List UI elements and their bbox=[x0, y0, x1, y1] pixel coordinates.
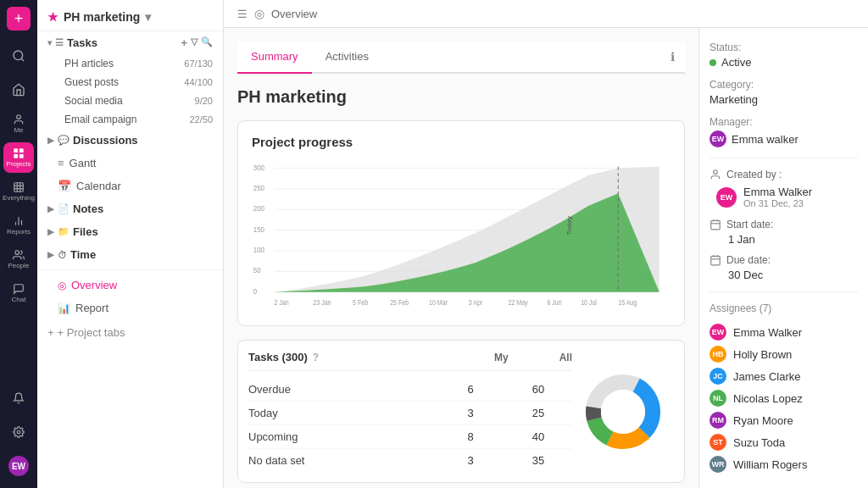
sidebar-item-calendar[interactable]: 📅 Calendar bbox=[37, 175, 223, 197]
svg-line-1 bbox=[21, 58, 24, 61]
svg-text:10 Jul: 10 Jul bbox=[581, 298, 597, 307]
overview-icon: ◎ bbox=[58, 280, 66, 291]
svg-point-2 bbox=[17, 115, 21, 119]
due-date-label: Due date: bbox=[709, 254, 858, 266]
assignee-avatar-5: ST bbox=[709, 434, 726, 451]
sidebar-section-notes[interactable]: ▶ 📄 Notes bbox=[37, 197, 223, 220]
overview-topbar-icon: ◎ bbox=[254, 7, 264, 20]
svg-text:Today: Today bbox=[565, 216, 572, 236]
files-icon: 📁 bbox=[58, 226, 70, 237]
table-row: Overdue 6 60 bbox=[248, 378, 572, 402]
user-avatar[interactable]: EW bbox=[3, 451, 34, 481]
chevron-right-icon-discussions: ▶ bbox=[47, 136, 54, 145]
svg-text:3 Apr: 3 Apr bbox=[469, 298, 483, 307]
sidebar: ★ PH marketing ▾ ▾ ☰ Tasks + ▽ 🔍 PH arti… bbox=[37, 0, 224, 488]
notification-icon[interactable] bbox=[3, 383, 34, 413]
calendar-sidebar-icon: 📅 bbox=[58, 180, 71, 192]
assignee-avatar-3: NL bbox=[709, 390, 726, 407]
assignee-avatar-6: WR bbox=[709, 456, 726, 473]
everything-nav-icon[interactable]: Everything bbox=[3, 176, 34, 207]
settings-icon[interactable] bbox=[3, 417, 34, 447]
svg-rect-3 bbox=[14, 149, 18, 152]
project-content: Summary Activities ℹ PH marketing Projec… bbox=[224, 28, 698, 488]
nodataset-all: 35 bbox=[504, 454, 572, 467]
people-label: People bbox=[8, 262, 30, 269]
sidebar-project-title[interactable]: ★ PH marketing ▾ bbox=[47, 10, 151, 24]
status-label: Status: bbox=[709, 42, 858, 53]
manager-avatar: EW bbox=[709, 130, 726, 147]
tab-activities[interactable]: Activities bbox=[312, 42, 382, 74]
start-date-label: Start date: bbox=[709, 219, 858, 230]
tab-info-icon[interactable]: ℹ bbox=[660, 42, 685, 72]
sidebar-item-ph-articles[interactable]: PH articles 67/130 bbox=[37, 54, 223, 73]
chevron-right-icon: ▾ bbox=[47, 38, 52, 47]
chevron-right-icon-files: ▶ bbox=[47, 227, 54, 236]
svg-rect-54 bbox=[711, 220, 721, 230]
sidebar-section-discussions[interactable]: ▶ 💬 Discussions bbox=[37, 129, 223, 152]
sidebar-item-social-media[interactable]: Social media 9/20 bbox=[37, 92, 223, 110]
table-row: Today 3 25 bbox=[248, 402, 572, 425]
list-item: WR William Rogers bbox=[709, 453, 858, 475]
search-task-icon[interactable]: 🔍 bbox=[201, 36, 213, 49]
add-task-icon[interactable]: + bbox=[181, 36, 187, 49]
due-calendar-icon bbox=[709, 254, 721, 266]
gantt-icon: ≡ bbox=[58, 157, 64, 169]
svg-rect-4 bbox=[19, 149, 23, 152]
sidebar-section-tasks[interactable]: ▾ ☰ Tasks + ▽ 🔍 bbox=[37, 31, 223, 54]
time-icon: ⏱ bbox=[58, 250, 67, 260]
sidebar-section-time[interactable]: ▶ ⏱ Time bbox=[37, 243, 223, 266]
today-all: 25 bbox=[504, 407, 572, 419]
me-label: Me bbox=[14, 126, 23, 134]
svg-text:200: 200 bbox=[253, 204, 264, 214]
svg-text:10 Mar: 10 Mar bbox=[429, 298, 448, 307]
tasks-donut-chart bbox=[572, 369, 674, 454]
status-dot bbox=[709, 59, 716, 66]
today-label: Today bbox=[248, 407, 437, 419]
search-nav-icon[interactable] bbox=[3, 41, 34, 71]
due-date-row: Due date: 30 Dec bbox=[709, 254, 858, 281]
add-button[interactable]: + bbox=[7, 7, 31, 30]
svg-text:25 Feb: 25 Feb bbox=[390, 298, 409, 307]
projects-nav-icon[interactable]: Projects bbox=[3, 142, 34, 173]
svg-text:0: 0 bbox=[253, 286, 258, 296]
assignee-avatar-4: RM bbox=[709, 412, 726, 429]
right-panel: Status: Active Category: Marketing Manag… bbox=[698, 28, 868, 488]
me-nav-icon[interactable]: Me bbox=[3, 108, 34, 139]
created-by-info: Emma Walker On 31 Dec, 23 bbox=[743, 186, 812, 208]
sidebar-header: ★ PH marketing ▾ bbox=[37, 0, 223, 31]
people-nav-icon[interactable]: People bbox=[3, 244, 34, 274]
table-row: No data set 3 35 bbox=[248, 449, 572, 472]
list-item: ST Suzu Toda bbox=[709, 431, 858, 453]
reports-nav-icon[interactable]: Reports bbox=[3, 210, 34, 241]
sidebar-section-files[interactable]: ▶ 📁 Files bbox=[37, 220, 223, 243]
sidebar-item-report[interactable]: 📊 Report bbox=[37, 297, 223, 319]
chat-label: Chat bbox=[12, 296, 26, 303]
manager-label: Manager: bbox=[709, 116, 858, 128]
help-icon[interactable]: ? bbox=[313, 352, 319, 363]
filter-icon[interactable]: ▽ bbox=[191, 36, 198, 49]
upcoming-all: 40 bbox=[504, 430, 572, 443]
overdue-my: 6 bbox=[437, 383, 504, 396]
list-item: EW Emma Walker bbox=[709, 321, 858, 343]
svg-rect-58 bbox=[711, 256, 721, 265]
svg-point-0 bbox=[14, 51, 23, 60]
svg-text:250: 250 bbox=[253, 183, 264, 192]
sidebar-item-overview[interactable]: ◎ Overview bbox=[37, 274, 223, 297]
everything-label: Everything bbox=[3, 194, 35, 202]
created-by-avatar: EW bbox=[716, 187, 737, 208]
tab-summary[interactable]: Summary bbox=[237, 42, 312, 74]
add-project-tabs-button[interactable]: + + Project tabs bbox=[37, 319, 223, 346]
sidebar-item-gantt[interactable]: ≡ Gantt bbox=[37, 152, 223, 175]
assignees-section: Assignees (7) EW Emma Walker HB Holly Br… bbox=[709, 302, 858, 475]
tasks-section-title: Tasks (300) bbox=[248, 351, 308, 363]
upcoming-label: Upcoming bbox=[248, 430, 437, 443]
overdue-all: 60 bbox=[504, 383, 572, 396]
start-date-value: 1 Jan bbox=[728, 233, 858, 246]
svg-point-48 bbox=[601, 390, 645, 434]
sidebar-item-guest-posts[interactable]: Guest posts 44/100 bbox=[37, 73, 223, 92]
chat-nav-icon[interactable]: Chat bbox=[3, 278, 34, 308]
sidebar-toggle-icon[interactable]: ☰ bbox=[237, 8, 248, 20]
home-nav-icon[interactable] bbox=[3, 75, 34, 105]
sidebar-item-email-campaign[interactable]: Email campaign 22/50 bbox=[37, 110, 223, 129]
svg-rect-6 bbox=[19, 154, 23, 158]
